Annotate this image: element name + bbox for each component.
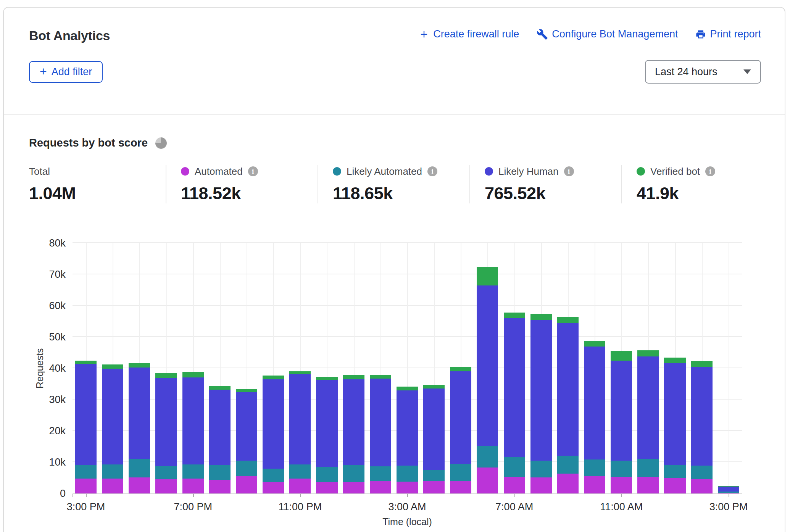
chart-bar-slot	[73, 243, 99, 493]
chart-bar-slot	[233, 243, 260, 493]
chart-bar	[423, 243, 445, 493]
chart-plot	[73, 243, 742, 493]
card-header: Bot Analytics Create firewall rule Confi…	[4, 8, 785, 114]
bar-segment-likely-human	[584, 347, 605, 460]
bar-segment-automated	[263, 482, 284, 493]
chart-bar-slot	[287, 243, 313, 493]
bar-segment-likely-human	[155, 378, 177, 466]
bar-segment-automated	[611, 477, 632, 493]
bar-segment-likely-automated	[102, 464, 123, 479]
bar-segment-verified-bot	[316, 377, 337, 380]
bar-segment-likely-human	[289, 374, 311, 464]
configure-bot-management-link[interactable]: Configure Bot Management	[537, 28, 678, 40]
bar-segment-likely-automated	[664, 465, 685, 478]
add-filter-button[interactable]: + Add filter	[29, 61, 103, 83]
info-icon[interactable]: i	[427, 166, 437, 176]
bar-segment-automated	[691, 479, 713, 493]
print-report-link[interactable]: Print report	[695, 28, 761, 40]
stat-verified-bot-label: Verified bot	[650, 166, 700, 177]
bar-segment-likely-human	[504, 318, 525, 457]
bar-segment-automated	[236, 476, 257, 493]
time-range-value: Last 24 hours	[655, 66, 717, 78]
create-firewall-rule-link[interactable]: Create firewall rule	[419, 28, 519, 40]
bar-segment-automated	[397, 482, 418, 493]
bar-segment-likely-human	[423, 389, 445, 469]
plus-icon: +	[40, 67, 47, 76]
wrench-icon	[537, 29, 548, 40]
bar-segment-likely-human	[182, 377, 204, 464]
bar-segment-automated	[316, 482, 337, 493]
bar-segment-automated	[182, 479, 204, 493]
bar-segment-automated	[343, 482, 364, 493]
chart-bar-slot	[153, 243, 179, 493]
bar-segment-verified-bot	[450, 367, 471, 371]
bar-segment-verified-bot	[236, 389, 257, 392]
y-axis-tick-label: 70k	[49, 269, 66, 281]
chart-bar	[236, 243, 257, 493]
bar-segment-automated	[718, 493, 739, 493]
bar-segment-likely-human	[316, 380, 337, 467]
bar-segment-verified-bot	[477, 267, 498, 285]
y-axis-tick-label: 60k	[49, 300, 66, 312]
chart-bar	[209, 243, 231, 493]
chart-bar-slot	[260, 243, 287, 493]
chart-bar	[129, 243, 150, 493]
stat-total-label: Total	[29, 166, 50, 177]
bar-segment-likely-automated	[691, 466, 713, 479]
bar-segment-automated	[102, 479, 123, 493]
bar-segment-verified-bot	[263, 376, 284, 379]
info-icon[interactable]: i	[705, 166, 715, 176]
stat-likely-human-label: Likely Human	[498, 166, 559, 177]
chart-bar	[155, 243, 177, 493]
bar-segment-automated	[209, 480, 231, 493]
stat-likely-automated: Likely Automated i 118.65k	[318, 165, 469, 203]
time-range-select[interactable]: Last 24 hours	[645, 60, 761, 84]
bar-segment-verified-bot	[691, 361, 713, 367]
bar-segment-automated	[289, 479, 311, 493]
bar-segment-likely-human	[450, 371, 471, 464]
info-icon[interactable]: i	[248, 166, 258, 176]
chart-bar	[477, 243, 498, 493]
x-axis-tick-label: 11:00 AM	[600, 501, 643, 513]
y-axis-tick-label: 80k	[49, 237, 66, 249]
configure-bot-management-label: Configure Bot Management	[552, 28, 678, 40]
x-axis-line	[73, 493, 742, 494]
bar-segment-likely-automated	[316, 467, 337, 482]
stats-row: Total 1.04M Automated i 118.52k Likely A…	[29, 165, 785, 203]
bar-segment-verified-bot	[75, 361, 97, 364]
bar-segment-verified-bot	[182, 372, 204, 377]
bar-segment-verified-bot	[397, 387, 418, 390]
info-icon[interactable]: i	[564, 166, 574, 176]
bot-analytics-card: Bot Analytics Create firewall rule Confi…	[3, 7, 785, 532]
bar-segment-likely-automated	[450, 464, 471, 481]
likely-human-legend-dot	[485, 167, 493, 176]
chart-bar-slot	[555, 243, 581, 493]
chart-bar	[664, 243, 685, 493]
y-axis-title: Requests	[33, 243, 47, 493]
chart-bar-slot	[688, 243, 715, 493]
x-axis-tick-label: 7:00 PM	[174, 501, 212, 513]
chart-bar	[450, 243, 471, 493]
page-title: Bot Analytics	[29, 28, 110, 43]
print-report-label: Print report	[710, 28, 761, 40]
chart-bar-slot	[528, 243, 555, 493]
stat-total-value: 1.04M	[29, 184, 158, 203]
bar-segment-likely-automated	[637, 459, 659, 477]
stat-verified-bot-value: 41.9k	[637, 184, 766, 203]
bar-segment-likely-human	[263, 379, 284, 469]
bar-segment-likely-automated	[343, 465, 364, 482]
bar-segment-likely-human	[718, 487, 739, 492]
chart-bar	[530, 243, 552, 493]
y-axis-tick-label: 30k	[49, 394, 66, 406]
stat-verified-bot: Verified bot i 41.9k	[621, 165, 773, 203]
chart-bar	[637, 243, 659, 493]
bar-segment-likely-human	[343, 379, 364, 466]
bar-segment-verified-bot	[637, 350, 659, 356]
bar-segment-automated	[664, 478, 685, 493]
bar-segment-likely-human	[611, 361, 632, 461]
bar-segment-likely-automated	[423, 470, 445, 481]
likely-automated-legend-dot	[333, 167, 341, 176]
chart-bar	[289, 243, 311, 493]
chart-bar-slot	[394, 243, 421, 493]
x-axis-title: Time (local)	[382, 516, 432, 527]
